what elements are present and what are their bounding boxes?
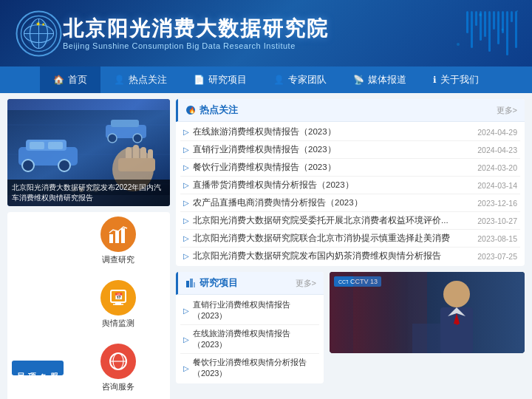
hot-item-7-title: 北京阳光消费大数据研究院发布国内奶茶消费维权舆情分析报告 bbox=[193, 250, 471, 262]
nav-hot[interactable]: 👤 热点关注 bbox=[100, 66, 180, 93]
header: ★ ★ 北京阳光消费大数据研究院 Beijing Sunshine Consum… bbox=[0, 0, 532, 66]
service-consult[interactable]: 咨询服务 bbox=[98, 344, 139, 392]
doc-icon: 📄 bbox=[194, 75, 205, 85]
nav-research-label: 研究项目 bbox=[208, 73, 247, 86]
service-monitor[interactable]: 📅 舆情监测 bbox=[98, 280, 139, 329]
circuit-bar bbox=[475, 11, 477, 26]
hot-item-6-title: 北京阳光消费大数据研究院联合北京市消协提示慎重选择赴美消费 bbox=[193, 233, 471, 244]
circuit-bar bbox=[493, 11, 495, 30]
research-icon bbox=[185, 278, 196, 288]
hot-item-1-left: ▷ 直销行业消费维权舆情报告（2023） bbox=[183, 144, 471, 155]
arrow-icon: ▷ bbox=[183, 252, 189, 260]
svg-text:★: ★ bbox=[41, 22, 45, 27]
svg-rect-28 bbox=[118, 158, 155, 171]
research-item-1[interactable]: ▷ 在线旅游消费维权舆情报告（2023） bbox=[180, 325, 319, 354]
video-block[interactable]: CCTV CCTV 13 bbox=[330, 272, 525, 353]
nav-home-label: 首页 bbox=[68, 73, 87, 86]
service-label: 服务项目 bbox=[12, 361, 64, 375]
research-section-header: 研究项目 更多> bbox=[176, 272, 324, 295]
circuit-bar bbox=[497, 11, 499, 44]
hot-item-2-title: 餐饮行业消费维权舆情报告（2023） bbox=[193, 162, 471, 173]
hot-item-5-left: ▷ 北京阳光消费大数据研究院受委托开展北京消费者权益环境评价... bbox=[183, 215, 471, 226]
arrow-icon: ▷ bbox=[183, 128, 189, 136]
svg-rect-52 bbox=[194, 282, 195, 287]
arrow-icon: ▷ bbox=[183, 181, 189, 189]
svg-text:🔥: 🔥 bbox=[188, 106, 196, 114]
arrow-icon: ▷ bbox=[183, 335, 189, 344]
research-item-2-title: 餐饮行业消费维权舆情分析报告（2023） bbox=[193, 357, 316, 379]
monitor-label: 舆情监测 bbox=[102, 318, 134, 329]
svg-point-0 bbox=[17, 11, 61, 55]
nav-about-label: 关于我们 bbox=[440, 73, 479, 86]
hot-item-0-title: 在线旅游消费维权舆情报告（2023） bbox=[193, 126, 471, 137]
banner-caption: 北京阳光消费大数据研究院发布2022年国内汽车消费维权舆情研究报告 bbox=[7, 180, 170, 206]
banner-caption-text: 北京阳光消费大数据研究院发布2022年国内汽车消费维权舆情研究报告 bbox=[12, 183, 161, 202]
hot-item-5[interactable]: ▷ 北京阳光消费大数据研究院受委托开展北京消费者权益环境评价... 2023-1… bbox=[180, 212, 520, 230]
circuit-bar bbox=[480, 11, 482, 41]
research-item-1-title: 在线旅游消费维权舆情报告（2023） bbox=[193, 328, 316, 350]
hot-item-4-date: 2023-12-16 bbox=[477, 199, 517, 208]
hot-item-3-date: 2024-03-14 bbox=[477, 181, 517, 190]
hot-item-4-title: 农产品直播电商消费舆情分析报告（2023） bbox=[193, 197, 471, 208]
left-column: 北京阳光消费大数据研究院发布2022年国内汽车消费维权舆情研究报告 服务项目 bbox=[7, 99, 170, 399]
team-icon: 👤 bbox=[273, 75, 284, 85]
hot-item-7[interactable]: ▷ 北京阳光消费大数据研究院发布国内奶茶消费维权舆情分析报告 2023-07-2… bbox=[180, 248, 520, 265]
right-column: 🔥 热点关注 更多> ▷ 在线旅游消费维权舆情报告（2023） 2024-04-… bbox=[176, 99, 525, 399]
hot-item-5-title: 北京阳光消费大数据研究院受委托开展北京消费者权益环境评价... bbox=[193, 215, 471, 226]
hot-item-3-left: ▷ 直播带货消费维权舆情分析报告（2023） bbox=[183, 180, 471, 191]
banner-inner: 北京阳光消费大数据研究院发布2022年国内汽车消费维权舆情研究报告 bbox=[7, 99, 170, 206]
svg-rect-20 bbox=[111, 120, 139, 127]
hot-news-list: ▷ 在线旅游消费维权舆情报告（2023） 2024-04-29 ▷ 直销行业消费… bbox=[176, 122, 525, 266]
hot-item-2-date: 2024-03-20 bbox=[477, 163, 517, 172]
research-section-title: 研究项目 bbox=[185, 276, 238, 290]
media-icon: 📡 bbox=[353, 75, 364, 85]
bottom-row: 研究项目 更多> ▷ 直销行业消费维权舆情报告（2023） ▷ 在线旅游消费维权… bbox=[176, 272, 525, 389]
research-section: 研究项目 更多> ▷ 直销行业消费维权舆情报告（2023） ▷ 在线旅游消费维权… bbox=[176, 272, 324, 383]
research-item-0[interactable]: ▷ 直销行业消费维权舆情报告（2023） bbox=[180, 296, 319, 325]
svg-point-15 bbox=[22, 160, 34, 171]
svg-point-1 bbox=[21, 16, 57, 51]
hot-item-0[interactable]: ▷ 在线旅游消费维权舆情报告（2023） 2024-04-29 bbox=[180, 123, 520, 141]
hot-item-2[interactable]: ▷ 餐饮行业消费维权舆情报告（2023） 2024-03-20 bbox=[180, 159, 520, 177]
circuit-lines bbox=[466, 11, 517, 55]
video-section: CCTV CCTV 13 bbox=[330, 272, 525, 353]
hot-more-link[interactable]: 更多> bbox=[497, 105, 517, 116]
svg-rect-34 bbox=[115, 231, 119, 243]
video-section-col: CCTV CCTV 13 bbox=[330, 272, 525, 389]
nav-home[interactable]: 🏠 首页 bbox=[40, 66, 100, 93]
svg-point-21 bbox=[108, 134, 117, 143]
hot-item-6-date: 2023-08-15 bbox=[477, 234, 517, 243]
circuit-bar bbox=[488, 11, 491, 52]
hot-item-6[interactable]: ▷ 北京阳光消费大数据研究院联合北京市消协提示慎重选择赴美消费 2023-08-… bbox=[180, 230, 520, 248]
research-list: ▷ 直销行业消费维权舆情报告（2023） ▷ 在线旅游消费维权舆情报告（2023… bbox=[176, 295, 324, 383]
nav-experts[interactable]: 👤 专家团队 bbox=[260, 66, 340, 93]
hot-section-title: 🔥 热点关注 bbox=[185, 103, 238, 117]
svg-point-22 bbox=[133, 134, 142, 143]
arrow-icon: ▷ bbox=[183, 216, 189, 225]
service-icons: 调查研究 📅 舆情监测 bbox=[71, 216, 166, 399]
main-nav: 🏠 首页 👤 热点关注 📄 研究项目 👤 专家团队 📡 媒体报道 ℹ 关于我们 bbox=[0, 66, 532, 93]
banner-image[interactable]: 北京阳光消费大数据研究院发布2022年国内汽车消费维权舆情研究报告 bbox=[7, 99, 170, 206]
site-name-en: Beijing Sunshine Consumption Big Data Re… bbox=[63, 41, 329, 50]
nav-media-label: 媒体报道 bbox=[368, 73, 406, 86]
circuit-bar bbox=[515, 11, 517, 48]
research-more-link[interactable]: 更多> bbox=[296, 278, 316, 289]
svg-rect-33 bbox=[109, 234, 113, 243]
service-label-text: 服务项目 bbox=[16, 366, 60, 369]
hot-item-3[interactable]: ▷ 直播带货消费维权舆情分析报告（2023） 2024-03-14 bbox=[180, 177, 520, 194]
arrow-icon: ▷ bbox=[183, 307, 189, 315]
hot-item-4[interactable]: ▷ 农产品直播电商消费舆情分析报告（2023） 2023-12-16 bbox=[180, 194, 520, 212]
arrow-icon: ▷ bbox=[183, 199, 189, 207]
svg-point-3 bbox=[30, 18, 48, 48]
hot-item-1-title: 直销行业消费维权舆情报告（2023） bbox=[193, 144, 471, 155]
hot-item-4-left: ▷ 农产品直播电商消费舆情分析报告（2023） bbox=[183, 197, 471, 208]
nav-about[interactable]: ℹ 关于我们 bbox=[420, 66, 492, 93]
nav-research[interactable]: 📄 研究项目 bbox=[180, 66, 260, 93]
main-content: 北京阳光消费大数据研究院发布2022年国内汽车消费维权舆情研究报告 服务项目 bbox=[0, 93, 532, 399]
hot-item-7-left: ▷ 北京阳光消费大数据研究院发布国内奶茶消费维权舆情分析报告 bbox=[183, 250, 471, 262]
video-inner: CCTV CCTV 13 bbox=[330, 272, 525, 353]
hot-item-1[interactable]: ▷ 直销行业消费维权舆情报告（2023） 2024-04-23 bbox=[180, 141, 520, 159]
research-item-2[interactable]: ▷ 餐饮行业消费维权舆情分析报告（2023） bbox=[180, 354, 319, 382]
service-survey[interactable]: 调查研究 bbox=[98, 216, 139, 265]
nav-media[interactable]: 📡 媒体报道 bbox=[340, 66, 420, 93]
